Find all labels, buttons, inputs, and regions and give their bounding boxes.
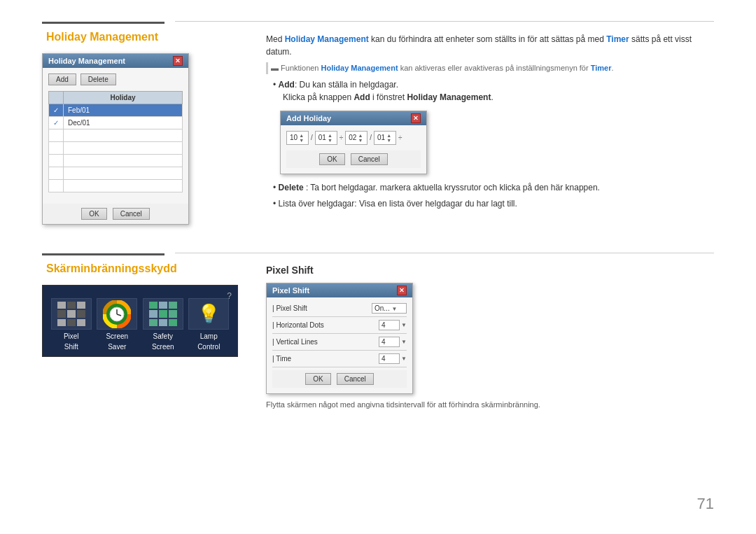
holiday-table: Holiday ✓ Feb/01 ✓ Dec/01 — [48, 91, 183, 192]
holiday-row2: Dec/01 — [64, 117, 183, 129]
lamp-icon: 💡 — [197, 303, 220, 325]
add-holiday-ok[interactable]: OK — [319, 153, 344, 165]
screensaver-svg — [103, 300, 131, 328]
pixel-row-4: | Time 4 ▼ — [272, 353, 407, 364]
dropdown-arrow-3: ▼ — [401, 339, 407, 345]
screen-saver-item[interactable]: Screen Saver — [97, 298, 137, 351]
page-num-text: 71 — [697, 495, 714, 512]
add-holiday-cancel[interactable]: Cancel — [351, 153, 388, 165]
holiday-bullet-list-2: Delete : Ta bort helgdagar. markera aktu… — [266, 181, 714, 210]
safety-screen-label-line2: Screen — [152, 343, 174, 351]
vertical-lines-value: 4 — [382, 338, 386, 346]
date-input-row: 10 ▲▼ / 01 ▲▼ — [286, 131, 421, 145]
holiday-delete-button[interactable]: Delete — [80, 73, 116, 85]
pixel-row3-value-container: 4 ▼ — [379, 337, 407, 347]
spinner-arrows-4[interactable]: ▲▼ — [386, 133, 391, 143]
date-spinner-1[interactable]: 10 ▲▼ — [286, 131, 309, 145]
pixel-cancel-button[interactable]: Cancel — [337, 373, 374, 385]
holiday-note-highlight1: Holiday Management — [321, 64, 398, 72]
pixel-dialog-footer: OK Cancel — [272, 370, 407, 388]
time-select[interactable]: 4 — [379, 353, 400, 364]
add-holiday-close[interactable]: ✕ — [411, 113, 421, 123]
safety-screen-item[interactable]: Safety Screen — [143, 298, 183, 351]
holiday-add-button[interactable]: Add — [48, 73, 76, 85]
pixel-shift-value: On... — [374, 304, 390, 312]
delete-label: Delete — [279, 183, 304, 192]
lamp-control-item[interactable]: 💡 Lamp Control — [188, 298, 229, 351]
pixel-shift-dialog-close[interactable]: ✕ — [397, 286, 407, 295]
page-number: 71 — [697, 495, 714, 513]
pixel-shift-section-title: Pixel Shift — [266, 265, 714, 276]
spinner-arrows-2[interactable]: ▲▼ — [328, 133, 332, 143]
burn-divider-short — [42, 253, 164, 255]
pixel-divider-3 — [272, 350, 407, 351]
burn-divider-long — [175, 253, 714, 253]
holiday-section-title: Holiday Management — [42, 29, 238, 53]
table-row[interactable]: ✓ Dec/01 — [49, 117, 183, 129]
vertical-lines-select[interactable]: 4 — [379, 337, 400, 347]
table-row[interactable]: ✓ Feb/01 — [49, 104, 183, 117]
pixel-shift-item[interactable]: Pixel Shift — [51, 298, 92, 351]
table-row — [49, 167, 183, 180]
pixel-row1-value-container: On... ▼ — [372, 303, 407, 314]
table-row — [49, 155, 183, 167]
date-spinner-2[interactable]: 01 ▲▼ — [315, 131, 337, 145]
help-icon[interactable]: ? — [227, 291, 232, 301]
holiday-dialog-close[interactable]: ✕ — [173, 56, 183, 66]
top-divider-short — [42, 22, 164, 24]
list-item: Delete : Ta bort helgdagar. markera aktu… — [273, 181, 714, 194]
holiday-description: Med Holiday Management kan du förhindra … — [266, 33, 714, 58]
date-sep-2: ÷ — [340, 134, 344, 141]
holiday-ok-button[interactable]: OK — [81, 208, 106, 220]
pixel-row1-label: | Pixel Shift — [272, 304, 307, 312]
safety-screen-icon — [149, 302, 177, 326]
spinner-arrows-3[interactable]: ▲▼ — [358, 133, 363, 143]
pixel-divider-2 — [272, 333, 407, 334]
date-sep-1: / — [311, 134, 313, 141]
horizontal-dots-select[interactable]: 4 — [379, 320, 400, 330]
pixel-shift-dialog-title: Pixel Shift — [272, 286, 309, 295]
holiday-column-header: Holiday — [64, 92, 183, 104]
screen-saver-label-line2: Saver — [108, 343, 126, 351]
screen-saver-label-line1: Screen — [106, 332, 128, 340]
pixel-row4-label: | Time — [272, 355, 291, 363]
pixel-row4-value-container: 4 ▼ — [379, 353, 407, 364]
pixel-row3-label: | Vertical Lines — [272, 338, 318, 346]
burn-screen-widget: ? — [42, 285, 238, 357]
pixel-row-3: | Vertical Lines 4 ▼ — [272, 337, 407, 347]
lamp-control-label-line1: Lamp — [200, 332, 218, 340]
pixel-row-2: | Horizontal Dots 4 ▼ — [272, 320, 407, 330]
pixel-shift-icon — [57, 302, 85, 326]
table-row — [49, 180, 183, 192]
date-value-1: 10 — [290, 134, 298, 141]
pixel-shift-label-line1: Pixel — [64, 332, 79, 340]
spinner-arrows-1[interactable]: ▲▼ — [299, 133, 304, 143]
date-spinner-3[interactable]: 02 ▲▼ — [345, 131, 368, 145]
holiday-dialog: Holiday Management ✕ Add Delete Holiday — [42, 53, 189, 225]
date-sep-4: ÷ — [398, 134, 402, 141]
holiday-dialog-titlebar: Holiday Management ✕ — [43, 54, 188, 68]
lamp-control-icon-box: 💡 — [188, 298, 229, 330]
date-sep-3: / — [370, 134, 372, 141]
holiday-bullet-list: Add: Du kan ställa in helgdagar. Klicka … — [266, 78, 714, 104]
add-holiday-title: Add Holiday — [286, 114, 331, 122]
list-item: Add: Du kan ställa in helgdagar. Klicka … — [273, 78, 714, 104]
holiday-dialog-title: Holiday Management — [48, 57, 125, 65]
horizontal-dots-value: 4 — [382, 321, 386, 329]
holiday-row1: Feb/01 — [64, 104, 183, 117]
pixel-shift-dialog-titlebar: Pixel Shift ✕ — [267, 283, 412, 297]
screen-saver-icon-box — [97, 298, 137, 330]
pixel-shift-select[interactable]: On... ▼ — [372, 303, 407, 314]
pixel-ok-button[interactable]: OK — [305, 373, 330, 385]
holiday-cancel-button[interactable]: Cancel — [113, 208, 150, 220]
date-spinner-4[interactable]: 01 ▲▼ — [374, 131, 396, 145]
add-sub-text: Klicka på knappen Add i fönstret Holiday… — [273, 91, 493, 104]
pixel-shift-dialog-body: | Pixel Shift On... ▼ | Horizontal Dots — [267, 297, 412, 393]
dropdown-arrow-1: ▼ — [391, 306, 397, 312]
list-item: Lista över helgdagar: Visa en lista över… — [273, 197, 714, 210]
pixel-shift-icon-box — [51, 298, 92, 330]
pixel-divider-4 — [272, 367, 407, 367]
pixel-shift-label-line2: Shift — [64, 343, 78, 351]
holiday-desc-highlight2: Timer — [606, 34, 629, 44]
date-value-3: 02 — [349, 134, 356, 141]
